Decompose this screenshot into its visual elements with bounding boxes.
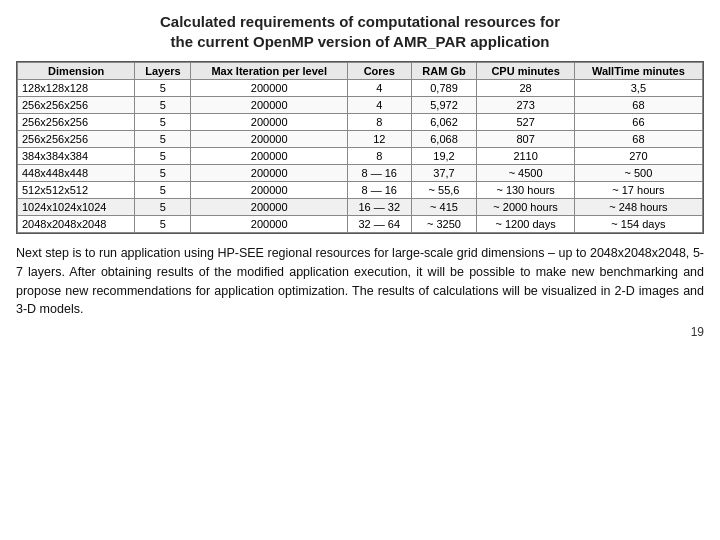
table-cell: 4: [347, 97, 411, 114]
table-cell: ~ 2000 hours: [477, 199, 574, 216]
table-cell: 448x448x448: [18, 165, 135, 182]
table-cell: 6,068: [411, 131, 477, 148]
data-table-wrapper: Dimension Layers Max Iteration per level…: [16, 61, 704, 234]
table-cell: 16 — 32: [347, 199, 411, 216]
table-row: 1024x1024x1024520000016 — 32~ 415~ 2000 …: [18, 199, 703, 216]
col-header-ram: RAM Gb: [411, 63, 477, 80]
table-cell: 19,2: [411, 148, 477, 165]
table-cell: 28: [477, 80, 574, 97]
table-cell: ~ 4500: [477, 165, 574, 182]
table-cell: 5: [135, 114, 191, 131]
table-cell: 5: [135, 165, 191, 182]
table-cell: 1024x1024x1024: [18, 199, 135, 216]
table-cell: 512x512x512: [18, 182, 135, 199]
col-header-dimension: Dimension: [18, 63, 135, 80]
table-cell: 527: [477, 114, 574, 131]
col-header-cores: Cores: [347, 63, 411, 80]
table-cell: ~ 154 days: [574, 216, 702, 233]
col-header-walltime: WallTime minutes: [574, 63, 702, 80]
footer-text: Next step is to run application using HP…: [16, 244, 704, 532]
table-cell: 2048x2048x2048: [18, 216, 135, 233]
table-cell: 8 — 16: [347, 165, 411, 182]
table-cell: ~ 1200 days: [477, 216, 574, 233]
page: Calculated requirements of computational…: [0, 0, 720, 540]
table-cell: 256x256x256: [18, 97, 135, 114]
table-cell: 200000: [191, 148, 348, 165]
table-row: 2048x2048x2048520000032 — 64~ 3250~ 1200…: [18, 216, 703, 233]
table-cell: 68: [574, 97, 702, 114]
table-cell: 200000: [191, 165, 348, 182]
col-header-layers: Layers: [135, 63, 191, 80]
table-cell: 200000: [191, 131, 348, 148]
table-cell: 32 — 64: [347, 216, 411, 233]
table-cell: ~ 415: [411, 199, 477, 216]
table-cell: 200000: [191, 199, 348, 216]
table-cell: ~ 55,6: [411, 182, 477, 199]
table-cell: 8: [347, 114, 411, 131]
col-header-cpu: CPU minutes: [477, 63, 574, 80]
table-cell: 200000: [191, 216, 348, 233]
table-row: 384x384x3845200000819,22110270: [18, 148, 703, 165]
table-cell: 200000: [191, 80, 348, 97]
table-cell: 66: [574, 114, 702, 131]
requirements-table: Dimension Layers Max Iteration per level…: [17, 62, 703, 233]
table-cell: 270: [574, 148, 702, 165]
table-cell: 8: [347, 148, 411, 165]
table-cell: 5: [135, 131, 191, 148]
table-cell: 200000: [191, 97, 348, 114]
table-cell: 128x128x128: [18, 80, 135, 97]
table-row: 448x448x44852000008 — 1637,7~ 4500~ 500: [18, 165, 703, 182]
table-row: 256x256x256520000045,97227368: [18, 97, 703, 114]
table-row: 256x256x2565200000126,06880768: [18, 131, 703, 148]
table-cell: 5: [135, 216, 191, 233]
table-cell: 37,7: [411, 165, 477, 182]
page-number: 19: [16, 323, 704, 341]
table-cell: 8 — 16: [347, 182, 411, 199]
table-row: 128x128x128520000040,789283,5: [18, 80, 703, 97]
table-cell: 68: [574, 131, 702, 148]
table-cell: 6,062: [411, 114, 477, 131]
table-cell: 5: [135, 148, 191, 165]
table-cell: 5: [135, 199, 191, 216]
table-cell: 2110: [477, 148, 574, 165]
table-cell: ~ 500: [574, 165, 702, 182]
table-cell: 5: [135, 97, 191, 114]
slide-title: Calculated requirements of computational…: [16, 12, 704, 51]
table-cell: 5: [135, 182, 191, 199]
table-cell: 807: [477, 131, 574, 148]
table-cell: ~ 248 hours: [574, 199, 702, 216]
table-row: 256x256x256520000086,06252766: [18, 114, 703, 131]
table-cell: ~ 17 hours: [574, 182, 702, 199]
table-cell: 200000: [191, 182, 348, 199]
table-cell: 256x256x256: [18, 131, 135, 148]
table-cell: 384x384x384: [18, 148, 135, 165]
table-cell: ~ 3250: [411, 216, 477, 233]
table-cell: 4: [347, 80, 411, 97]
table-cell: 12: [347, 131, 411, 148]
table-cell: 0,789: [411, 80, 477, 97]
table-row: 512x512x51252000008 — 16~ 55,6~ 130 hour…: [18, 182, 703, 199]
table-cell: 3,5: [574, 80, 702, 97]
table-cell: 256x256x256: [18, 114, 135, 131]
table-cell: 5,972: [411, 97, 477, 114]
table-cell: ~ 130 hours: [477, 182, 574, 199]
table-cell: 200000: [191, 114, 348, 131]
table-cell: 273: [477, 97, 574, 114]
table-cell: 5: [135, 80, 191, 97]
col-header-max-iter: Max Iteration per level: [191, 63, 348, 80]
